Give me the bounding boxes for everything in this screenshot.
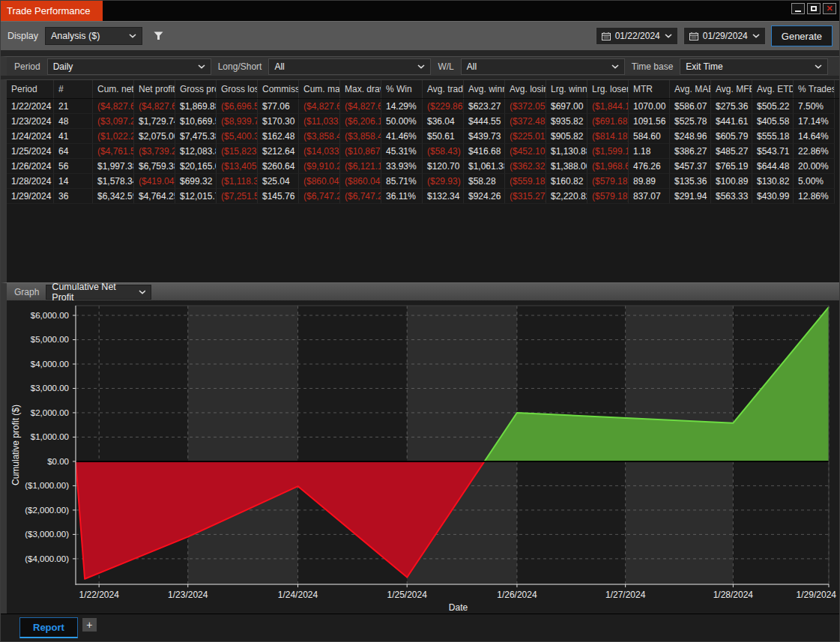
column-header[interactable]: Avg. trade (423, 80, 464, 98)
table-cell: 476.26 (629, 159, 670, 174)
table-cell: $25.04 (258, 174, 299, 189)
wl-label: W/L (438, 61, 453, 72)
table-row[interactable]: 1/26/202456$1,997.38$6,759.38$20,165.01(… (7, 159, 839, 174)
titlebar: Trade Performance ✕ (1, 1, 839, 21)
column-header[interactable]: Lrg. winner (546, 80, 587, 98)
column-header[interactable]: Avg. winning trade (464, 80, 505, 98)
table-cell: ($6,747.26) (340, 189, 381, 204)
svg-text:$0.00: $0.00 (47, 457, 69, 466)
table-cell: 20.00% (794, 159, 835, 174)
chevron-down-icon (665, 34, 672, 38)
table-cell: $1,869.88 (175, 99, 217, 114)
table-row[interactable]: 1/24/202441($1,022.26)$2,075.00$7,475.38… (7, 129, 839, 144)
wl-dropdown[interactable]: All (461, 58, 625, 75)
table-cell: $6,342.59 (93, 189, 134, 204)
table-cell: $77.06 (258, 99, 299, 114)
column-header[interactable]: Avg. losing trade (505, 80, 546, 98)
table-cell: ($860.04) (299, 174, 340, 189)
table-cell: ($229.86) (423, 99, 464, 114)
table-cell: $644.48 (752, 159, 794, 174)
svg-text:1/24/2024: 1/24/2024 (278, 590, 318, 600)
table-cell: 36 (54, 189, 93, 204)
close-button[interactable]: ✕ (823, 3, 836, 14)
column-header[interactable]: Max. drawdown (340, 80, 381, 98)
date-to-picker[interactable]: 01/29/2024 (683, 27, 766, 45)
time-base-dropdown-value: Exit Time (686, 61, 722, 72)
maximize-button[interactable] (807, 3, 821, 14)
chevron-down-icon (752, 34, 760, 38)
svg-text:1/27/2024: 1/27/2024 (605, 590, 646, 600)
graph-label: Graph (14, 287, 39, 297)
time-base-dropdown[interactable]: Exit Time (680, 58, 828, 75)
column-header[interactable]: MTR (629, 80, 670, 98)
column-header[interactable]: Lrg. loser (587, 80, 629, 98)
table-cell: ($9,910.26) (299, 159, 340, 174)
table-cell: 48 (54, 114, 93, 129)
window-title-tab[interactable]: Trade Performance (1, 1, 103, 21)
svg-text:Date: Date (449, 602, 468, 613)
column-header[interactable]: # (54, 80, 93, 98)
calendar-icon (689, 32, 698, 40)
table-cell: $6,759.38 (134, 159, 175, 174)
column-header[interactable]: Avg. MAE (670, 80, 711, 98)
table-cell: ($8,939.77) (217, 114, 258, 129)
column-header[interactable]: Cum. max. drawdown (299, 80, 340, 98)
table-cell: $386.27 (670, 144, 711, 159)
table-cell: ($3,858.44) (340, 129, 381, 144)
period-dropdown[interactable]: Daily (47, 58, 211, 75)
table-cell: $170.30 (258, 114, 299, 129)
table-cell: 14.29% (381, 99, 423, 114)
table-cell: $212.64 (258, 144, 299, 159)
column-header[interactable]: Avg. ETD (752, 80, 794, 98)
minimize-button[interactable] (791, 3, 805, 14)
time-base-label: Time base (632, 61, 674, 72)
long-short-dropdown[interactable]: All (268, 58, 431, 75)
graph-type-dropdown[interactable]: Cumulative Net Profit (46, 285, 151, 300)
table-cell: 1070.00 (629, 99, 670, 114)
table-cell: 1/22/2024 (7, 99, 54, 114)
date-from-picker[interactable]: 01/22/2024 (596, 27, 678, 45)
column-header[interactable]: Gross loss (217, 80, 258, 98)
table-cell: ($1,844.13) (587, 99, 629, 114)
table-cell: 33.93% (381, 159, 423, 174)
table-cell: $697.00 (546, 99, 587, 114)
table-cell: $1,729.74 (134, 114, 175, 129)
table-cell: ($6,121.13) (340, 159, 381, 174)
filter-funnel-icon[interactable] (154, 31, 163, 40)
table-cell: 5.00% (794, 174, 835, 189)
column-header[interactable]: Commission (258, 80, 299, 98)
column-header[interactable]: Cum. net profit (93, 80, 134, 98)
table-cell: ($4,827.63) (299, 99, 340, 114)
table-cell: ($7,251.51) (217, 189, 258, 204)
table-cell: $935.82 (546, 114, 587, 129)
table-cell: $586.07 (670, 99, 711, 114)
table-cell: 21 (54, 99, 93, 114)
column-header[interactable]: Period (7, 80, 54, 98)
column-header[interactable]: Gross profit (175, 80, 217, 98)
display-dropdown[interactable]: Analysis ($) (45, 27, 142, 45)
table-cell: ($3,739.25) (134, 144, 175, 159)
svg-text:1/29/2024: 1/29/2024 (797, 590, 837, 600)
table-row[interactable]: 1/25/202464($4,761.51)($3,739.25)$12,083… (7, 144, 839, 159)
tab-report[interactable]: Report (19, 617, 78, 638)
table-cell: 64 (54, 144, 93, 159)
generate-button[interactable]: Generate (771, 25, 833, 46)
column-header[interactable]: Net profit (134, 80, 175, 98)
table-cell: $699.32 (175, 174, 217, 189)
calendar-icon (602, 32, 611, 40)
table-row[interactable]: 1/29/202436$6,342.59$4,764.25$12,015.76(… (7, 189, 839, 204)
table-cell: 12.86% (794, 189, 835, 204)
window-controls: ✕ (791, 1, 839, 21)
table-cell: ($29.93) (423, 174, 464, 189)
column-header[interactable]: % Trades (794, 80, 835, 98)
add-tab-button[interactable]: + (82, 618, 97, 632)
window-title: Trade Performance (7, 5, 91, 16)
table-row[interactable]: 1/23/202448($3,097.26)$1,729.74$10,669.5… (7, 114, 839, 129)
table-cell: ($419.04) (134, 174, 175, 189)
column-header[interactable]: % Win (381, 80, 423, 98)
table-cell: 14 (54, 174, 93, 189)
table-row[interactable]: 1/28/202414$1,578.34($419.04)$699.32($1,… (7, 174, 839, 189)
table-cell: 1/28/2024 (7, 174, 54, 189)
column-header[interactable]: Avg. MFE (711, 80, 752, 98)
table-row[interactable]: 1/22/202421($4,827.63)($4,827.63)$1,869.… (7, 99, 839, 114)
